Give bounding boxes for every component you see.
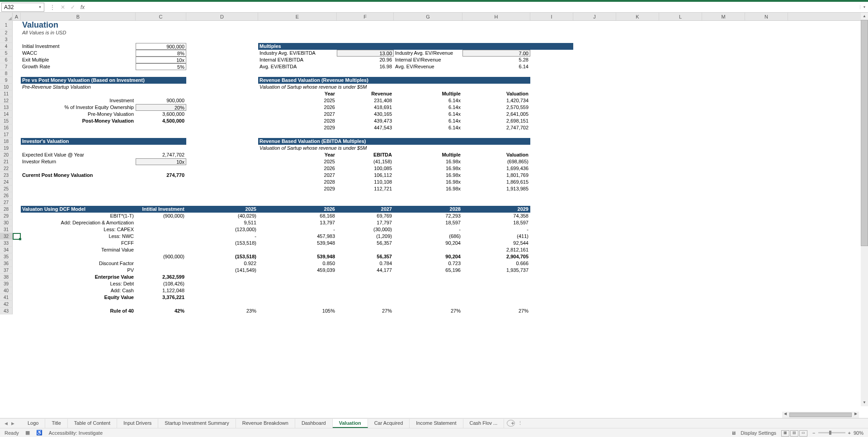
cell[interactable] bbox=[659, 50, 702, 57]
cell[interactable] bbox=[530, 152, 573, 158]
cell[interactable] bbox=[13, 165, 21, 172]
cell[interactable] bbox=[258, 274, 337, 280]
cell[interactable] bbox=[13, 301, 21, 308]
cell[interactable] bbox=[659, 226, 702, 233]
cell[interactable]: 6.14x bbox=[394, 104, 462, 111]
cell[interactable] bbox=[186, 152, 258, 158]
cell[interactable] bbox=[13, 219, 21, 226]
cell[interactable] bbox=[573, 301, 616, 308]
cell[interactable] bbox=[745, 29, 788, 36]
cell[interactable] bbox=[702, 219, 745, 226]
row-header[interactable]: 19 bbox=[0, 145, 13, 152]
cell[interactable]: 1,913,985 bbox=[462, 185, 530, 192]
cell[interactable] bbox=[745, 185, 788, 192]
cell[interactable] bbox=[13, 104, 21, 111]
cell[interactable] bbox=[616, 131, 659, 138]
cell[interactable] bbox=[616, 267, 659, 274]
row-header[interactable]: 37 bbox=[0, 267, 13, 274]
cell[interactable]: Investor's Valuation bbox=[21, 138, 186, 145]
cell[interactable] bbox=[745, 274, 788, 280]
cell[interactable]: All Values is in USD bbox=[21, 29, 186, 36]
cell[interactable]: Enterprise Value bbox=[21, 274, 136, 280]
tab-nav[interactable]: ◀▶ bbox=[5, 421, 21, 423]
cell[interactable]: 0.922 bbox=[186, 260, 258, 267]
cell[interactable]: 110,108 bbox=[337, 179, 394, 185]
cell[interactable] bbox=[616, 199, 659, 206]
cell[interactable] bbox=[530, 267, 573, 274]
row-header[interactable]: 3 bbox=[0, 36, 13, 43]
cell[interactable] bbox=[702, 145, 745, 152]
cell[interactable] bbox=[573, 294, 616, 301]
cell[interactable] bbox=[616, 219, 659, 226]
row-header[interactable]: 7 bbox=[0, 63, 13, 70]
cell[interactable]: 3,376,221 bbox=[136, 294, 186, 301]
cell[interactable] bbox=[659, 145, 702, 152]
cell[interactable] bbox=[616, 240, 659, 247]
cell[interactable] bbox=[13, 274, 21, 280]
cell[interactable]: (123,000) bbox=[186, 226, 258, 233]
row-header[interactable]: 8 bbox=[0, 70, 13, 77]
cell[interactable]: 539,948 bbox=[258, 240, 337, 247]
cell[interactable] bbox=[745, 50, 788, 57]
cell[interactable] bbox=[13, 294, 21, 301]
cell[interactable] bbox=[13, 77, 21, 84]
cell[interactable]: 16.98x bbox=[394, 179, 462, 185]
row-header[interactable]: 29 bbox=[0, 213, 13, 219]
cell[interactable] bbox=[13, 280, 21, 287]
cell[interactable]: (900,000) bbox=[136, 253, 186, 260]
cell[interactable] bbox=[394, 21, 462, 29]
cell[interactable] bbox=[394, 192, 462, 199]
cell[interactable]: 20% bbox=[136, 104, 186, 111]
cell[interactable] bbox=[186, 63, 258, 70]
cell[interactable] bbox=[573, 213, 616, 219]
cell[interactable] bbox=[745, 213, 788, 219]
cell[interactable] bbox=[616, 260, 659, 267]
cell[interactable] bbox=[573, 70, 616, 77]
row-header[interactable]: 35 bbox=[0, 253, 13, 260]
row-header[interactable]: 6 bbox=[0, 57, 13, 63]
cell[interactable]: Revenue bbox=[337, 90, 394, 97]
sheet-tab[interactable]: Startup Investment Summary bbox=[158, 419, 236, 423]
cell[interactable] bbox=[659, 199, 702, 206]
cell[interactable] bbox=[337, 199, 394, 206]
cell[interactable] bbox=[659, 158, 702, 165]
cell[interactable]: 457,983 bbox=[258, 233, 337, 240]
cell[interactable] bbox=[573, 233, 616, 240]
cell[interactable] bbox=[136, 192, 186, 199]
cell[interactable]: 2029 bbox=[258, 124, 337, 131]
cell[interactable] bbox=[573, 165, 616, 172]
row-header[interactable]: 24 bbox=[0, 179, 13, 185]
cell[interactable] bbox=[745, 165, 788, 172]
cell[interactable] bbox=[530, 308, 573, 314]
row-header[interactable]: 16 bbox=[0, 124, 13, 131]
cell[interactable]: 0.784 bbox=[337, 260, 394, 267]
cell[interactable] bbox=[258, 280, 337, 287]
row-header[interactable]: 11 bbox=[0, 90, 13, 97]
cell[interactable] bbox=[616, 36, 659, 43]
cell[interactable] bbox=[530, 21, 573, 29]
cell[interactable] bbox=[573, 185, 616, 192]
cell[interactable] bbox=[462, 29, 530, 36]
cell[interactable] bbox=[573, 57, 616, 63]
cell[interactable] bbox=[21, 179, 136, 185]
cell[interactable] bbox=[530, 240, 573, 247]
cell[interactable]: 100,085 bbox=[337, 165, 394, 172]
cell[interactable]: (108,426) bbox=[136, 280, 186, 287]
cell[interactable] bbox=[21, 124, 136, 131]
cell[interactable] bbox=[659, 192, 702, 199]
cell[interactable] bbox=[616, 158, 659, 165]
cell[interactable] bbox=[659, 267, 702, 274]
cell[interactable] bbox=[616, 308, 659, 314]
row-header[interactable]: 17 bbox=[0, 131, 13, 138]
cell[interactable] bbox=[13, 172, 21, 179]
cell[interactable] bbox=[13, 240, 21, 247]
cell[interactable] bbox=[530, 301, 573, 308]
cell[interactable] bbox=[702, 158, 745, 165]
cell[interactable] bbox=[530, 63, 573, 70]
cell[interactable] bbox=[186, 131, 258, 138]
sheet-tab[interactable]: Table of Content bbox=[68, 419, 117, 423]
cell[interactable] bbox=[616, 301, 659, 308]
cell[interactable] bbox=[530, 253, 573, 260]
cell[interactable] bbox=[186, 172, 258, 179]
cell[interactable]: - bbox=[186, 233, 258, 240]
